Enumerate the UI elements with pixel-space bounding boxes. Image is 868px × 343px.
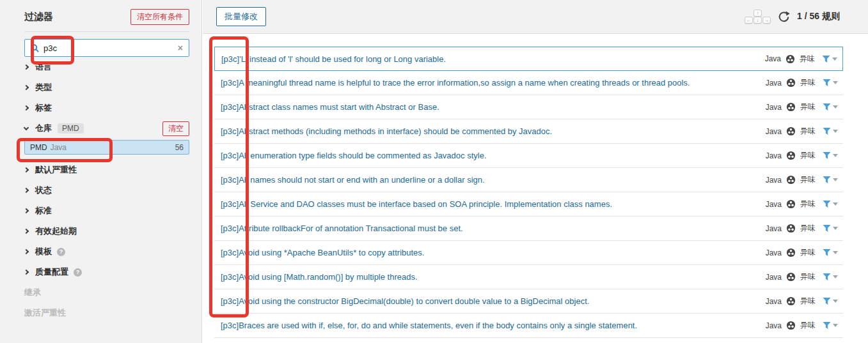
funnel-icon [823,273,831,281]
similar-rules-filter-dropdown[interactable] [823,79,838,87]
rule-type-label[interactable]: 异味 [800,271,816,282]
rule-type-label[interactable]: 异味 [800,77,816,88]
bulk-change-button[interactable]: 批量修改 [216,7,266,26]
rule-type-label[interactable]: 异味 [800,54,815,65]
rule-title-link[interactable]: [p3c]Avoid using [Math.random()] by mult… [221,272,758,282]
caret-down-icon [833,300,838,303]
facet-section-type[interactable]: 类型 [24,77,189,98]
search-input[interactable] [43,43,178,53]
rule-title-link[interactable]: [p3c]All enumeration type fields should … [221,151,758,160]
rule-title-link[interactable]: [p3c]Abstract class names must start wit… [221,102,758,112]
rule-title-link[interactable]: [p3c]'L' instead of 'l' should be used f… [221,54,757,64]
reload-icon[interactable] [778,11,790,23]
chevron-right-icon [24,65,29,70]
rule-title-link[interactable]: [p3c]Attribute rollbackFor of annotation… [221,224,758,233]
similar-rules-filter-dropdown[interactable] [823,127,838,135]
rule-meta: Java 异味 [765,54,837,65]
rule-search-box[interactable]: × [24,39,189,57]
rule-type-label[interactable]: 异味 [800,320,816,331]
chevron-right-icon [24,105,29,111]
caret-down-icon [833,227,838,230]
clear-repository-filter-button[interactable]: 清空 [162,121,189,136]
rules-page: 过滤器 清空所有条件 × 语言 类型 标签 仓库 PMD [0,0,868,343]
rule-language-label[interactable]: Java [766,176,782,185]
rule-language-label[interactable]: Java [766,151,782,160]
rule-row: [p3c]All Service and DAO classes must be… [214,192,843,217]
similar-rules-filter-dropdown[interactable] [823,224,838,232]
rule-row: [p3c]Braces are used with if, else, for,… [214,314,843,338]
rule-language-label[interactable]: Java [766,79,782,88]
facet-section-available-since[interactable]: 有效起始期 [24,221,189,241]
rule-meta: Java 异味 [766,223,838,234]
code-smell-icon [786,175,796,185]
similar-rules-filter-dropdown[interactable] [823,151,838,160]
rule-language-label[interactable]: Java [766,297,782,306]
facet-section-repository[interactable]: 仓库 PMD 清空 [24,118,189,139]
facet-section-language[interactable]: 语言 [24,57,189,77]
rule-row: [p3c]A meaningful thread name is helpful… [214,71,843,95]
similar-rules-filter-dropdown[interactable] [823,176,838,184]
clear-search-icon[interactable]: × [178,43,183,53]
funnel-icon [822,55,830,63]
rule-title-link[interactable]: [p3c]Abstract methods (including methods… [221,126,758,136]
rule-language-label[interactable]: Java [766,248,782,257]
rule-meta: Java 异味 [766,320,838,331]
rule-title-link[interactable]: [p3c]Braces are used with if, else, for,… [221,321,758,330]
rule-language-label[interactable]: Java [766,273,782,282]
help-icon[interactable]: ? [74,268,82,277]
facet-section-template[interactable]: 模板 ? [24,241,189,262]
rule-type-label[interactable]: 异味 [800,102,816,112]
code-smell-icon [786,78,796,88]
similar-rules-filter-dropdown[interactable] [823,103,838,111]
rule-language-label[interactable]: Java [766,200,782,209]
rule-type-label[interactable]: 异味 [800,150,816,161]
facet-value-pmd-java[interactable]: PMD Java 56 [24,140,189,155]
rule-meta: Java 异味 [766,126,838,137]
facet-section-status[interactable]: 状态 [24,180,189,201]
similar-rules-filter-dropdown[interactable] [823,297,838,305]
keyboard-navigation-hint: ↑ ← ↓ → [745,10,771,24]
rule-type-label[interactable]: 异味 [800,174,816,185]
rule-title-link[interactable]: [p3c]All names should not start or end w… [221,175,758,185]
rule-language-label[interactable]: Java [766,321,782,330]
rule-language-label[interactable]: Java [766,127,782,136]
rule-title-link[interactable]: [p3c]Avoid using the constructor BigDeci… [221,296,758,306]
caret-down-icon [833,81,838,84]
similar-rules-filter-dropdown[interactable] [823,200,838,208]
similar-rules-filter-dropdown[interactable] [822,55,837,63]
arrow-down-key-icon: ↓ [754,17,762,24]
rule-type-label[interactable]: 异味 [800,247,816,258]
rule-type-label[interactable]: 异味 [800,223,816,234]
rule-meta: Java 异味 [766,77,838,88]
rule-type-label[interactable]: 异味 [800,296,816,307]
filters-title: 过滤器 [24,11,53,23]
sidebar-header: 过滤器 清空所有条件 [0,0,201,31]
facet-section-quality-profile[interactable]: 质量配置 ? [24,262,189,282]
caret-down-icon [833,202,838,206]
help-icon[interactable]: ? [57,248,65,256]
rule-row: [p3c]Abstract class names must start wit… [214,95,843,119]
rule-row: [p3c]All enumeration type fields should … [214,144,843,168]
funnel-icon [823,79,831,87]
similar-rules-filter-dropdown[interactable] [823,248,838,257]
sidebar-divider [24,31,189,32]
facet-section-standard[interactable]: 标准 [24,201,189,221]
rule-language-label[interactable]: Java [766,224,782,233]
chevron-right-icon [24,208,29,213]
rule-language-label[interactable]: Java [765,54,781,63]
caret-down-icon [833,154,838,157]
rule-meta: Java 异味 [766,150,838,161]
arrow-right-key-icon: → [762,17,771,24]
rule-type-label[interactable]: 异味 [800,126,816,137]
rule-type-label[interactable]: 异味 [800,199,816,210]
rule-title-link[interactable]: [p3c]A meaningful thread name is helpful… [221,78,758,88]
rule-title-link[interactable]: [p3c]All Service and DAO classes must be… [221,199,758,209]
facet-section-default-severity[interactable]: 默认严重性 [24,160,189,180]
clear-all-filters-button[interactable]: 清空所有条件 [130,9,189,25]
facet-section-tag[interactable]: 标签 [24,98,189,118]
list-toolbar: 批量修改 ↑ ← ↓ → 1 / 56 规则 [203,0,868,34]
rule-language-label[interactable]: Java [766,103,782,112]
similar-rules-filter-dropdown[interactable] [823,321,838,330]
rule-title-link[interactable]: [p3c]Avoid using *Apache BeanUtils* to c… [221,248,758,257]
similar-rules-filter-dropdown[interactable] [823,273,838,281]
